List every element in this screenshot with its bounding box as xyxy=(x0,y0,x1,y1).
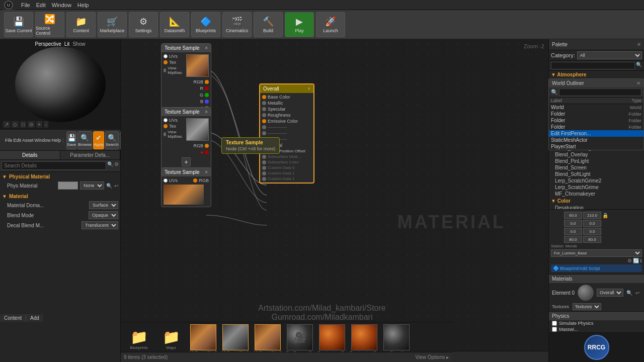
phys-pick-icon[interactable]: ↩ xyxy=(114,183,118,189)
wo-item-folder1[interactable]: Folder Folder xyxy=(549,111,643,117)
node-canvas[interactable]: Zoom -2 MATERIAL Texture Sample × xyxy=(121,39,548,362)
viewport-nav-z[interactable]: □ xyxy=(20,121,26,128)
cinematics-button[interactable]: 🎬 Cinematics xyxy=(222,12,252,37)
settings-button[interactable]: ⚙ Settings xyxy=(129,12,158,37)
play-button[interactable]: ▶ Play xyxy=(285,12,314,37)
blueprint-add-script-btn[interactable]: 🔷 Blueprint/Add Script xyxy=(551,264,642,272)
num-field-3a[interactable] xyxy=(564,228,582,235)
palette-close-btn[interactable]: ✕ xyxy=(637,42,641,47)
blueprints-button[interactable]: 🔷 Blueprints xyxy=(191,12,220,37)
decal-blend-select[interactable]: Translucent xyxy=(82,221,118,229)
palette-category-select[interactable]: All xyxy=(577,51,642,59)
palette-blend-softlight[interactable]: Blend_SoftLight xyxy=(549,171,644,177)
wo-item-world[interactable]: World World xyxy=(549,104,643,111)
mat-save-btn[interactable]: 💾 Save xyxy=(66,131,76,149)
content-tab[interactable]: Content xyxy=(0,314,26,322)
build-button[interactable]: 🔨 Build xyxy=(254,12,283,37)
palette-atmosphere-cat[interactable]: ▼ Atmosphere xyxy=(549,71,644,78)
palette-blend-overlay[interactable]: Blend_Overlay xyxy=(549,151,644,158)
num-field-4a[interactable] xyxy=(564,236,582,243)
num-field-3b[interactable] xyxy=(583,228,601,235)
viewport-zoom-minus[interactable]: - xyxy=(44,121,48,128)
menu-file[interactable]: File xyxy=(21,2,30,8)
palette-blend-screen[interactable]: Blend_Screen xyxy=(549,164,644,171)
palette-blend-pinlight[interactable]: Blend_PinLight xyxy=(549,158,644,164)
texture-sample-node-2[interactable]: Texture Sample × UVs Tex xyxy=(161,107,211,174)
textures-select[interactable]: Textures xyxy=(573,303,601,310)
material-domain-select[interactable]: Surface xyxy=(89,201,118,209)
palette-search-input[interactable] xyxy=(551,62,635,69)
wo-item-editfirstperson[interactable]: Edit FirstPerson... xyxy=(549,130,643,137)
mass-checkbox[interactable] xyxy=(552,327,557,332)
datasmith-button[interactable]: 📐 Datasmith xyxy=(160,12,189,37)
num-field-2a[interactable] xyxy=(564,220,582,227)
viewport-nav-x[interactable]: ↗ xyxy=(3,121,10,128)
palette-desaturation[interactable]: Desaturation xyxy=(549,205,644,209)
launch-button[interactable]: 🚀 Launch xyxy=(316,12,345,37)
mat-menu-edit[interactable]: Edit xyxy=(14,138,22,143)
world-outliner-close[interactable]: ✕ xyxy=(636,80,640,86)
mat-menu-file[interactable]: File xyxy=(5,138,13,143)
forlumion-select[interactable]: For_Lumion_Base xyxy=(551,249,642,257)
lit-btn[interactable]: Lit xyxy=(64,41,70,47)
mat-search-btn[interactable]: 🔍 Search xyxy=(105,131,119,149)
thumb-blueprints[interactable]: 📁 Blueprints xyxy=(124,324,154,354)
num-field-1a[interactable] xyxy=(564,212,582,219)
show-btn[interactable]: Show xyxy=(72,41,85,47)
palette-color-cat[interactable]: ▼ Color xyxy=(549,197,644,205)
phys-browse-icon[interactable]: 🔍 xyxy=(106,183,112,189)
content-button[interactable]: 📁 Content xyxy=(66,12,96,37)
num-field-4b[interactable] xyxy=(583,236,601,243)
viewport-nav-y[interactable]: ◇ xyxy=(12,121,19,128)
texture-sample-3-close[interactable]: × xyxy=(205,169,208,175)
wo-search-input[interactable] xyxy=(559,88,641,96)
wo-item-folder3[interactable]: Folder Folder xyxy=(549,124,643,130)
details-options-icon[interactable]: ⚙ xyxy=(114,161,119,170)
texture-sample-2-close[interactable]: × xyxy=(205,109,208,115)
texture-2-add-btn[interactable]: + xyxy=(182,157,191,166)
thumb-maps[interactable]: 📁 Maps xyxy=(156,324,186,354)
mat-menu-help[interactable]: Help xyxy=(52,138,61,143)
palette-lerp-scratchgrime[interactable]: Lerp_ScratchGrime xyxy=(549,184,644,191)
overall-node[interactable]: Overall × Base Color Metallic Specular xyxy=(259,83,314,184)
material-header[interactable]: ▼ Material xyxy=(2,193,118,200)
mat-apply-btn[interactable]: ✔ Apply xyxy=(93,131,104,149)
param-defaults-tab[interactable]: Parameter Defa... xyxy=(60,151,121,159)
overall-close[interactable]: × xyxy=(307,86,310,92)
build-icon: 🔨 xyxy=(263,16,274,27)
texture-sample-1-close[interactable]: × xyxy=(205,45,208,51)
viewport-nav-w[interactable]: ⊙ xyxy=(28,121,35,128)
wo-item-playerstart[interactable]: PlayerStart xyxy=(549,143,643,150)
phys-material-select[interactable]: None xyxy=(80,182,104,190)
simulate-physics-checkbox[interactable] xyxy=(552,321,557,326)
num-field-2b[interactable] xyxy=(583,220,601,227)
add-tab[interactable]: Add xyxy=(26,314,43,322)
mat-menu-asset[interactable]: Asset xyxy=(22,138,34,143)
num-field-1b[interactable] xyxy=(583,212,601,219)
refresh-icon[interactable]: 🔄 xyxy=(633,258,639,263)
palette-mf-chromakeyer[interactable]: MF_Chromakeyer xyxy=(549,191,644,197)
perspective-btn[interactable]: Perspective xyxy=(35,41,61,47)
wo-item-staticmesh[interactable]: StaticMeshActor xyxy=(549,137,643,143)
mat-menu-window[interactable]: Window xyxy=(35,138,51,143)
details-tab[interactable]: Details xyxy=(0,151,60,159)
menu-edit[interactable]: Edit xyxy=(36,2,46,8)
menu-help[interactable]: Help xyxy=(77,2,89,8)
element0-search-icon[interactable]: 🔍 xyxy=(626,290,632,296)
mat-browse-btn[interactable]: 🔍 Browse xyxy=(77,131,92,149)
physical-material-header[interactable]: ▼ Physical Material xyxy=(2,173,118,180)
viewport-zoom-plus[interactable]: + xyxy=(36,121,42,128)
element0-refresh-icon[interactable]: ↩ xyxy=(635,290,639,296)
details-search-input[interactable] xyxy=(2,161,106,170)
element0-select[interactable]: Overall xyxy=(597,289,623,297)
view-options-btn[interactable]: View Options ▸ xyxy=(415,354,449,360)
palette-lerp-scratchgrime2[interactable]: Lerp_ScratchGrime2 xyxy=(549,177,644,184)
save-current-button[interactable]: 💾 Save Current xyxy=(4,12,33,37)
menu-window[interactable]: Window xyxy=(52,2,71,8)
thumb-overall[interactable]: Overall xyxy=(381,324,412,355)
marketplace-button[interactable]: 🛒 Marketplace xyxy=(98,12,127,37)
source-control-button[interactable]: 🔀 Source Control xyxy=(35,12,64,37)
wo-item-folder2[interactable]: Folder Folder xyxy=(549,117,643,124)
blend-mode-select[interactable]: Opaque xyxy=(89,211,118,219)
texture-sample-node-3[interactable]: Texture Sample × UVs RGB xyxy=(161,167,211,207)
